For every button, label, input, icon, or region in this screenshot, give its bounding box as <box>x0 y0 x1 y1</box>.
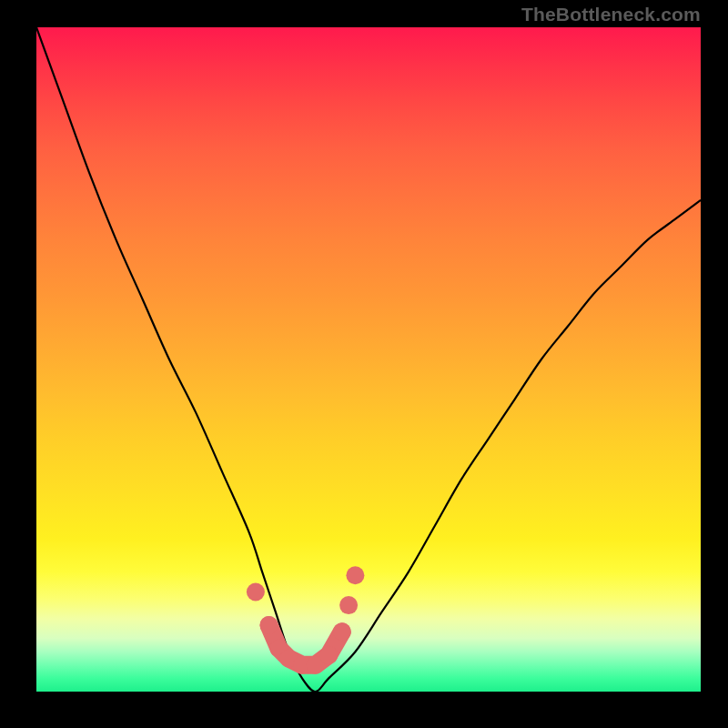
optimal-range-markers <box>247 566 365 674</box>
chart-container: TheBottleneck.com <box>0 0 728 728</box>
watermark-text: TheBottleneck.com <box>521 4 701 25</box>
curve-svg <box>36 27 701 692</box>
plot-area <box>36 27 701 692</box>
marker-dot <box>339 596 358 614</box>
bottleneck-curve <box>36 27 701 692</box>
marker-dot <box>247 583 265 602</box>
marker-dot <box>260 616 278 634</box>
marker-dot <box>333 622 351 641</box>
marker-dot <box>319 646 338 664</box>
marker-dot <box>346 566 364 584</box>
